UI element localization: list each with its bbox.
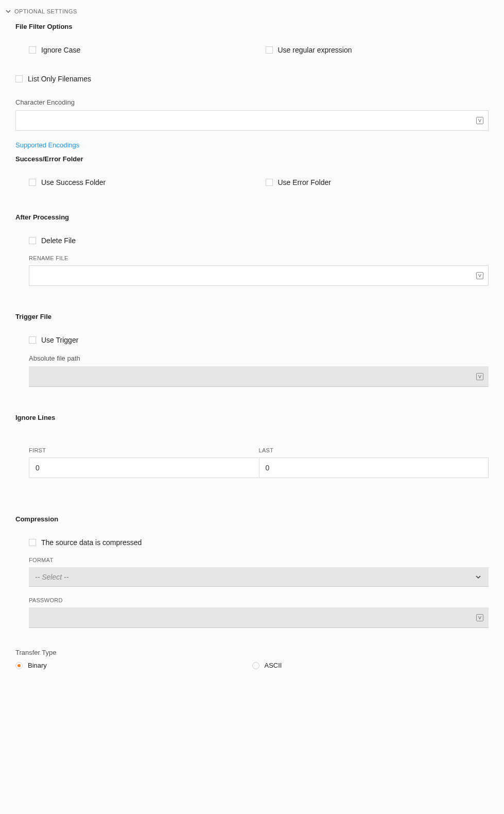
source-compressed-label: The source data is compressed — [41, 538, 142, 547]
transfer-ascii-radio[interactable] — [252, 662, 259, 669]
use-error-label: Use Error Folder — [278, 178, 331, 186]
password-input-wrap: V — [29, 607, 489, 628]
ignore-first-input[interactable] — [29, 457, 259, 478]
use-trigger-checkbox-wrap[interactable]: Use Trigger — [29, 336, 489, 344]
transfer-type-label: Transfer Type — [15, 649, 489, 656]
encoding-input[interactable] — [15, 110, 489, 131]
use-success-label: Use Success Folder — [41, 178, 106, 186]
chevron-down-icon — [5, 8, 11, 14]
ignore-case-label: Ignore Case — [41, 46, 80, 54]
optional-settings-content: File Filter Options Ignore Case Use regu… — [0, 18, 504, 669]
trigger-path-label: Absolute file path — [29, 354, 489, 362]
format-select: -- Select -- — [29, 567, 489, 587]
after-title: After Processing — [15, 213, 489, 221]
delete-file-checkbox[interactable] — [29, 237, 36, 244]
ignore-case-checkbox[interactable] — [29, 46, 36, 54]
folders-title: Success/Error Folder — [15, 155, 489, 163]
use-regex-label: Use regular expression — [278, 46, 352, 54]
source-compressed-checkbox-wrap[interactable]: The source data is compressed — [29, 538, 489, 547]
transfer-binary-radio[interactable] — [15, 662, 23, 669]
delete-file-checkbox-wrap[interactable]: Delete File — [29, 236, 489, 245]
format-label: FORMAT — [29, 557, 489, 563]
source-compressed-checkbox[interactable] — [29, 539, 36, 546]
trigger-title: Trigger File — [15, 313, 489, 320]
rename-file-label: RENAME FILE — [29, 255, 489, 261]
list-only-checkbox[interactable] — [15, 75, 23, 82]
rename-file-input[interactable] — [29, 265, 489, 286]
transfer-ascii-label: ASCII — [265, 662, 282, 669]
file-filter-title: File Filter Options — [15, 23, 489, 30]
list-only-checkbox-wrap[interactable]: List Only Filenames — [15, 75, 489, 83]
use-regex-checkbox-wrap[interactable]: Use regular expression — [252, 46, 489, 54]
compression-title: Compression — [15, 515, 489, 523]
delete-file-label: Delete File — [41, 236, 76, 245]
ignore-last-label: LAST — [259, 447, 489, 453]
supported-encodings-link[interactable]: Supported Encodings — [15, 141, 79, 149]
use-trigger-checkbox[interactable] — [29, 336, 36, 344]
transfer-binary-label: Binary — [28, 662, 47, 669]
use-error-checkbox[interactable] — [266, 179, 273, 186]
trigger-path-input-wrap: V — [29, 366, 489, 387]
use-success-checkbox[interactable] — [29, 179, 36, 186]
ignore-case-checkbox-wrap[interactable]: Ignore Case — [15, 46, 252, 54]
rename-file-input-wrap: V — [29, 265, 489, 286]
format-placeholder: -- Select -- — [35, 573, 68, 581]
encoding-label: Character Encoding — [15, 98, 489, 106]
list-only-label: List Only Filenames — [28, 75, 91, 83]
optional-settings-header[interactable]: OPTIONAL SETTINGS — [0, 5, 504, 18]
ignore-title: Ignore Lines — [15, 414, 489, 421]
use-success-checkbox-wrap[interactable]: Use Success Folder — [15, 178, 252, 186]
ignore-last-input[interactable] — [259, 457, 489, 478]
ignore-first-label: FIRST — [29, 447, 259, 453]
trigger-path-input — [29, 366, 489, 387]
use-regex-checkbox[interactable] — [266, 46, 273, 54]
encoding-input-wrap: V — [15, 110, 489, 131]
optional-settings-label: OPTIONAL SETTINGS — [14, 8, 77, 14]
format-select-wrap: -- Select -- — [29, 567, 489, 587]
password-input — [29, 607, 489, 628]
use-trigger-label: Use Trigger — [41, 336, 78, 344]
password-label: PASSWORD — [29, 597, 489, 603]
use-error-checkbox-wrap[interactable]: Use Error Folder — [252, 178, 489, 186]
